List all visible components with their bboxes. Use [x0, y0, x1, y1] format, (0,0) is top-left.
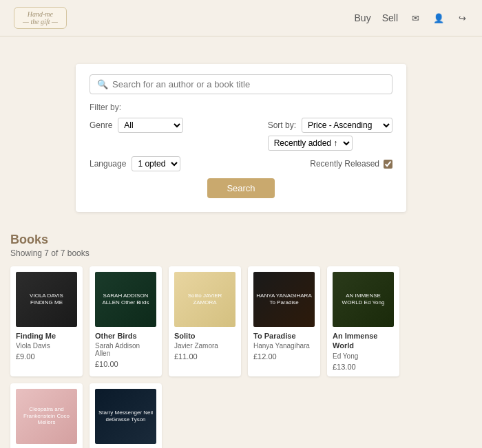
sort-select[interactable]: Price - Ascending Price - Descending Tit… [302, 118, 392, 133]
books-grid: VIOLA DAVIS FINDING ME Finding Me Viola … [10, 266, 472, 448]
book-author: Javier Zamora [174, 342, 235, 350]
book-price: £13.00 [333, 363, 394, 371]
header-nav: Buy Sell ✉ 👤 ↪ [355, 12, 468, 24]
book-cover: HANYA YANAGIHARA To Paradise [253, 272, 315, 327]
book-card[interactable]: AN IMMENSE WORLD Ed Yong An Immense Worl… [327, 266, 399, 376]
logo[interactable]: Hand-me — the gift — [14, 7, 67, 29]
book-cover: Starry Messenger Neil deGrasse Tyson [95, 389, 156, 444]
recently-released-label: Recently Released [310, 159, 379, 169]
language-group: Language 1 opted English [90, 156, 180, 171]
search-panel: 🔍 Filter by: Genre All Fiction Non-Ficti… [76, 64, 406, 212]
filter-by-label: Filter by: [90, 103, 121, 112]
book-card[interactable]: VIOLA DAVIS FINDING ME Finding Me Viola … [10, 266, 83, 376]
book-card[interactable]: Solito JAVIER ZAMORA Solito Javier Zamor… [169, 266, 241, 376]
book-author: Viola Davis [16, 342, 77, 350]
book-card[interactable]: SARAH ADDISON ALLEN Other Birds Other Bi… [90, 266, 162, 376]
recently-released-group: Recently Released [310, 159, 392, 169]
book-author: Hanya Yanagihara [253, 342, 315, 350]
search-input[interactable] [112, 79, 385, 89]
book-card[interactable]: Cleopatra and Frankenstein Coco Mellors … [10, 383, 83, 448]
buy-link[interactable]: Buy [355, 12, 371, 23]
book-cover: SARAH ADDISON ALLEN Other Birds [95, 272, 156, 327]
sort-group: Sort by: Price - Ascending Price - Desce… [268, 118, 392, 133]
book-price: £10.00 [95, 360, 156, 368]
logo-sub: — the gift — [23, 18, 58, 25]
filter-row: Filter by: [90, 103, 392, 112]
header: Hand-me — the gift — Buy Sell ✉ 👤 ↪ [0, 0, 482, 36]
genre-label: Genre [90, 120, 112, 130]
book-cover: AN IMMENSE WORLD Ed Yong [333, 272, 394, 327]
mail-icon[interactable]: ✉ [409, 12, 421, 24]
sort-by-label: Sort by: [268, 120, 296, 130]
book-title: Other Birds [95, 331, 156, 341]
book-cover: Solito JAVIER ZAMORA [174, 272, 235, 327]
search-icon: 🔍 [97, 79, 108, 89]
genre-select[interactable]: All Fiction Non-Fiction Fantasy Young Ad… [118, 118, 183, 133]
book-cover: VIOLA DAVIS FINDING ME [16, 272, 77, 327]
language-select[interactable]: 1 opted English [132, 156, 180, 171]
recently-released-checkbox[interactable] [384, 160, 392, 169]
logo-text: Hand-me [23, 10, 58, 18]
logout-icon[interactable]: ↪ [456, 12, 468, 24]
genre-group: Genre All Fiction Non-Fiction Fantasy Yo… [90, 118, 183, 133]
books-title: Books [10, 233, 472, 247]
book-author: Ed Yong [333, 352, 394, 360]
book-title: Solito [174, 331, 235, 341]
books-section: Books Showing 7 of 7 books VIOLA DAVIS F… [0, 226, 482, 448]
book-card[interactable]: HANYA YANAGIHARA To Paradise To Paradise… [248, 266, 320, 376]
language-label: Language [90, 159, 126, 169]
book-price: £11.00 [174, 352, 235, 361]
search-button[interactable]: Search [207, 178, 274, 198]
book-price: £12.00 [253, 352, 315, 361]
user-icon[interactable]: 👤 [432, 12, 445, 24]
recently-added-select[interactable]: Recently added ↑ Recently added ↓ [268, 136, 353, 151]
book-card[interactable]: Starry Messenger Neil deGrasse Tyson Sta… [90, 383, 162, 448]
search-bar[interactable]: 🔍 [90, 74, 392, 94]
book-title: An Immense World [333, 331, 394, 351]
sell-link[interactable]: Sell [382, 12, 398, 23]
recently-added-group: Recently added ↑ Recently added ↓ [268, 136, 353, 151]
books-count: Showing 7 of 7 books [10, 248, 472, 258]
book-title: Finding Me [16, 331, 77, 341]
book-cover: Cleopatra and Frankenstein Coco Mellors [16, 389, 77, 444]
book-price: £9.00 [16, 352, 77, 361]
book-title: To Paradise [253, 331, 315, 341]
book-author: Sarah Addison Allen [95, 342, 156, 357]
